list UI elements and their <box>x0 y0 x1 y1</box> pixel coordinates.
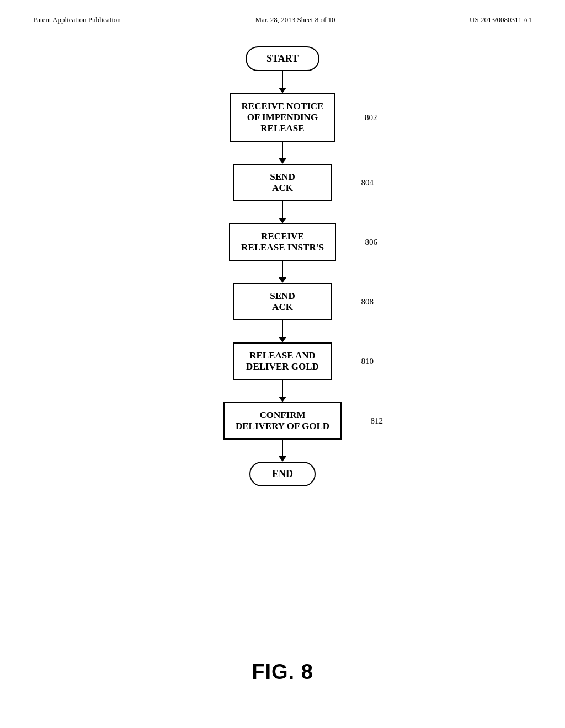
arrow-6 <box>279 380 286 402</box>
diagram-container: START RECEIVE NOTICEOF IMPENDINGRELEASE … <box>0 46 565 486</box>
arrow-2 <box>279 142 286 164</box>
node-808: SENDACK 808 <box>233 283 332 320</box>
header-left: Patent Application Publication <box>33 15 121 24</box>
node-810: RELEASE ANDDELIVER GOLD 810 <box>233 342 332 380</box>
arrow-7 <box>279 440 286 462</box>
arrow-line <box>282 380 283 397</box>
arrow-line <box>282 142 283 158</box>
arrow-head <box>279 88 286 93</box>
arrow-4 <box>279 261 286 283</box>
arrow-1 <box>279 71 286 93</box>
arrow-line <box>282 320 283 337</box>
process-810: RELEASE ANDDELIVER GOLD <box>233 342 332 380</box>
arrow-3 <box>279 201 286 223</box>
flowchart: START RECEIVE NOTICEOF IMPENDINGRELEASE … <box>223 46 342 486</box>
label-804: 804 <box>361 178 374 188</box>
node-end: END <box>249 462 316 486</box>
arrow-line <box>282 201 283 218</box>
start-node: START <box>246 46 319 71</box>
figure-caption: FIG. 8 <box>252 660 313 684</box>
arrow-head <box>279 218 286 223</box>
node-802: RECEIVE NOTICEOF IMPENDINGRELEASE 802 <box>230 93 336 142</box>
arrow-5 <box>279 320 286 342</box>
label-810: 810 <box>361 357 374 366</box>
node-start: START <box>246 46 319 71</box>
arrow-line <box>282 440 283 456</box>
label-806: 806 <box>365 238 377 247</box>
end-node: END <box>249 462 316 486</box>
process-802: RECEIVE NOTICEOF IMPENDINGRELEASE <box>230 93 336 142</box>
process-806: RECEIVERELEASE INSTR'S <box>229 223 336 261</box>
node-812: CONFIRMDELIVERY OF GOLD 812 <box>223 402 342 440</box>
process-804: SENDACK <box>233 164 332 201</box>
header-right: US 2013/0080311 A1 <box>470 15 532 24</box>
arrow-line <box>282 261 283 277</box>
header-middle: Mar. 28, 2013 Sheet 8 of 10 <box>255 15 335 24</box>
arrow-head <box>279 277 286 283</box>
arrow-head <box>279 337 286 342</box>
arrow-head <box>279 456 286 462</box>
arrow-head <box>279 397 286 402</box>
arrow-line <box>282 71 283 88</box>
label-802: 802 <box>365 113 377 122</box>
node-804: SENDACK 804 <box>233 164 332 201</box>
process-812: CONFIRMDELIVERY OF GOLD <box>223 402 342 440</box>
node-806: RECEIVERELEASE INSTR'S 806 <box>229 223 336 261</box>
label-808: 808 <box>361 297 374 307</box>
label-812: 812 <box>371 416 383 426</box>
arrow-head <box>279 158 286 164</box>
page-header: Patent Application Publication Mar. 28, … <box>0 0 565 24</box>
process-808: SENDACK <box>233 283 332 320</box>
